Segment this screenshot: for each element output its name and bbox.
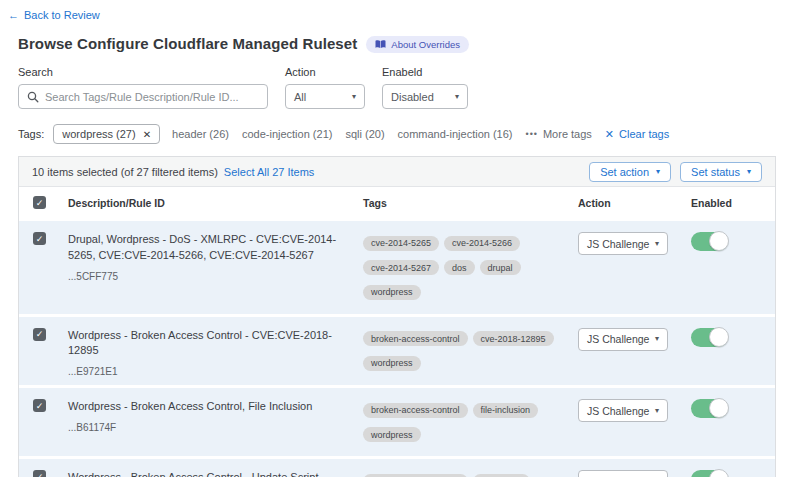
- row-tags: broken-access-controlcve-2018-12895wordp…: [363, 328, 578, 378]
- chevron-down-icon: ▾: [656, 168, 660, 176]
- enabled-filter-dropdown[interactable]: Disabled ▾: [382, 84, 468, 109]
- row-rule-id: ...B61174F: [68, 422, 345, 433]
- rules-table: 10 items selected (of 27 filtered items)…: [18, 156, 776, 477]
- checkmark-icon: ✓: [36, 472, 44, 477]
- filters: Search Action All ▾ Enabeld Disable: [18, 66, 776, 109]
- row-desc-cell: Wordpress - Broken Access Control, File …: [68, 399, 363, 448]
- toggle-knob: [709, 469, 729, 477]
- row-check-cell: ✓: [19, 232, 68, 306]
- clear-tags-button[interactable]: ✕ Clear tags: [605, 128, 669, 141]
- row-checkbox[interactable]: ✓: [33, 470, 46, 477]
- search-input[interactable]: [45, 91, 259, 103]
- row-action-value: JS Challenge: [587, 333, 649, 345]
- tags-bar: Tags: wordpress (27) ✕ header (26)code-i…: [18, 124, 776, 144]
- header-check-cell: ✓: [19, 196, 68, 209]
- enabled-toggle[interactable]: [691, 399, 728, 418]
- row-action-dropdown[interactable]: JS Challenge ▾: [578, 328, 668, 351]
- more-dots-icon: •••: [525, 129, 537, 139]
- toggle-knob: [709, 327, 729, 347]
- row-checkbox[interactable]: ✓: [33, 328, 46, 341]
- set-action-label: Set action: [600, 166, 649, 178]
- row-action-cell: JS Challenge ▾: [578, 328, 691, 378]
- row-rule-id: ...E9721E1: [68, 366, 345, 377]
- enabled-filter-label: Enabeld: [382, 66, 468, 78]
- row-action-value: JS Challenge: [587, 405, 649, 417]
- content: Browse Configure Cloudflare Managed Rule…: [0, 34, 794, 477]
- row-check-cell: ✓: [19, 470, 68, 477]
- page: ← Back to Review Browse Configure Cloudf…: [0, 0, 794, 477]
- column-header-action: Action: [578, 197, 691, 209]
- row-checkbox[interactable]: ✓: [33, 232, 46, 245]
- row-checkbox[interactable]: ✓: [33, 399, 46, 412]
- row-tags: cve-2014-5265cve-2014-5266cve-2014-5267d…: [363, 232, 578, 306]
- more-tags-button[interactable]: ••• More tags: [525, 128, 591, 140]
- bar-buttons: Set action ▾ Set status ▾: [589, 162, 762, 182]
- selected-tag-label: wordpress (27): [62, 128, 135, 140]
- filter-tag[interactable]: code-injection (21): [242, 128, 333, 140]
- filter-search-group: Search: [18, 66, 268, 109]
- tag-pill: cve-2014-5267: [363, 260, 439, 275]
- table-row: ✓ Wordpress - Broken Access Control - CV…: [19, 314, 775, 386]
- chevron-down-icon: ▾: [655, 407, 659, 415]
- selection-summary: 10 items selected (of 27 filtered items): [32, 166, 218, 178]
- row-enabled-cell: [691, 399, 775, 448]
- row-desc-cell: Wordpress - Broken Access Control - CVE:…: [68, 328, 363, 378]
- row-check-cell: ✓: [19, 399, 68, 448]
- enabled-toggle[interactable]: [691, 328, 728, 347]
- back-link[interactable]: ← Back to Review: [8, 9, 100, 21]
- tags-bar-label: Tags:: [18, 128, 44, 140]
- table-row: ✓ Wordpress - Broken Access Control - Up…: [19, 456, 775, 477]
- back-arrow-icon: ←: [8, 9, 19, 21]
- chevron-down-icon: ▾: [655, 335, 659, 343]
- enabled-toggle[interactable]: [691, 232, 728, 251]
- checkmark-icon: ✓: [36, 198, 44, 208]
- clear-tags-icon: ✕: [605, 128, 614, 141]
- selection-bar: 10 items selected (of 27 filtered items)…: [19, 157, 775, 187]
- table-header-row: ✓ Description/Rule ID Tags Action Enable…: [19, 187, 775, 218]
- filter-action-group: Action All ▾: [285, 66, 365, 109]
- row-action-dropdown[interactable]: JS Challenge ▾: [578, 232, 668, 255]
- row-action-cell: JS Challenge ▾: [578, 232, 691, 306]
- row-action-dropdown[interactable]: JS Challenge ▾: [578, 470, 668, 477]
- toggle-knob: [709, 398, 729, 418]
- action-filter-value: All: [294, 91, 306, 103]
- filter-tag[interactable]: header (26): [172, 128, 229, 140]
- tag-pill: wordpress: [363, 427, 421, 442]
- enabled-toggle[interactable]: [691, 470, 728, 477]
- row-rule-id: ...5CFF775: [68, 271, 345, 282]
- set-status-label: Set status: [691, 166, 740, 178]
- row-action-cell: JS Challenge ▾: [578, 470, 691, 477]
- select-all-checkbox[interactable]: ✓: [33, 196, 46, 209]
- set-action-button[interactable]: Set action ▾: [589, 162, 671, 182]
- toggle-knob: [709, 231, 729, 251]
- row-description: Drupal, Wordpress - DoS - XMLRPC - CVE:C…: [68, 232, 345, 264]
- row-enabled-cell: [691, 470, 775, 477]
- filter-enabled-group: Enabeld Disabled ▾: [382, 66, 468, 109]
- row-enabled-cell: [691, 328, 775, 378]
- about-overrides-label: About Overrides: [391, 39, 460, 50]
- chevron-down-icon: ▾: [455, 93, 459, 101]
- book-icon: [375, 40, 386, 49]
- clear-tags-label: Clear tags: [619, 128, 669, 140]
- filter-tag[interactable]: sqli (20): [345, 128, 384, 140]
- set-status-button[interactable]: Set status ▾: [680, 162, 762, 182]
- tag-pill: cve-2018-12895: [473, 331, 554, 346]
- row-desc-cell: Wordpress - Broken Access Control - Upda…: [68, 470, 363, 477]
- remove-tag-icon[interactable]: ✕: [143, 129, 151, 140]
- filter-tag[interactable]: command-injection (16): [398, 128, 513, 140]
- select-all-link[interactable]: Select All 27 Items: [224, 166, 315, 178]
- action-filter-dropdown[interactable]: All ▾: [285, 84, 365, 109]
- tag-pill: wordpress: [363, 285, 421, 300]
- row-action-dropdown[interactable]: JS Challenge ▾: [578, 399, 668, 422]
- tag-pill: file-inclusion: [473, 403, 539, 418]
- filter-tags-list: header (26)code-injection (21)sqli (20)c…: [172, 128, 512, 140]
- column-header-enabled: Enabled: [691, 197, 775, 209]
- chevron-down-icon: ▾: [352, 93, 356, 101]
- row-check-cell: ✓: [19, 328, 68, 378]
- table-body: ✓ Drupal, Wordpress - DoS - XMLRPC - CVE…: [19, 218, 775, 477]
- about-overrides-badge[interactable]: About Overrides: [366, 36, 469, 53]
- selected-tag-wordpress[interactable]: wordpress (27) ✕: [53, 124, 160, 144]
- search-label: Search: [18, 66, 268, 78]
- action-filter-label: Action: [285, 66, 365, 78]
- table-row: ✓ Drupal, Wordpress - DoS - XMLRPC - CVE…: [19, 218, 775, 314]
